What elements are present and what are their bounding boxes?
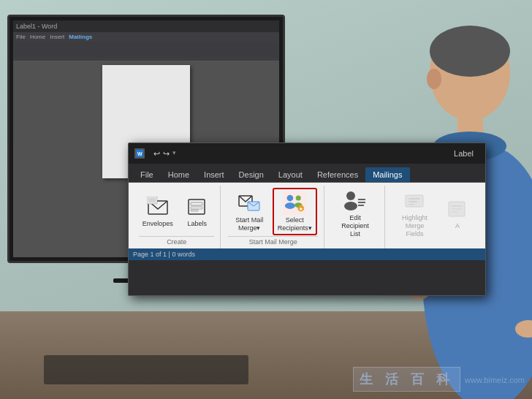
edit-recipient-list-button[interactable]: EditRecipient List: [332, 187, 379, 240]
create-group-label: Create: [139, 236, 214, 247]
mail-merge-icon: [238, 191, 261, 215]
ribbon-statusbar: Page 1 of 1 | 0 words: [129, 248, 485, 260]
undo-redo-group: ↩ ↪ ▾: [153, 149, 176, 159]
ribbon-group-create: Envelopes Labels: [133, 186, 221, 248]
address-icon: [446, 197, 469, 221]
edit-list-icon: [343, 189, 367, 213]
start-mail-merge-button[interactable]: Start MailMerge▾: [229, 189, 270, 235]
ribbon-tabs: File Home Insert Design Layout Reference…: [129, 164, 485, 183]
ribbon-group-write: HighlightMerge Fields A: [387, 186, 481, 248]
edit-buttons: EditRecipient List: [332, 187, 379, 240]
svg-rect-36: [408, 201, 417, 202]
undo-button[interactable]: ↩: [153, 149, 160, 159]
tab-home[interactable]: Home: [161, 167, 197, 182]
highlight-icon: [403, 189, 426, 213]
ribbon-titlebar: W ↩ ↪ ▾ Label: [129, 143, 485, 164]
envelopes-label: Envelopes: [142, 220, 173, 228]
start-merge-buttons: Start MailMerge▾: [229, 187, 317, 236]
word-ribbon-bg: File Home Insert Mailings: [13, 32, 279, 61]
scene-background: Label1 - Word File Home Insert Mailings: [0, 0, 532, 399]
edit-recipient-list-label: EditRecipient List: [335, 214, 375, 238]
tab-file[interactable]: File: [133, 167, 161, 182]
ribbon-content: Envelopes Labels: [129, 183, 485, 248]
tab-insert[interactable]: Insert: [197, 167, 232, 182]
tab-design[interactable]: Design: [232, 167, 271, 182]
write-buttons: HighlightMerge Fields A: [392, 187, 475, 240]
svg-rect-19: [191, 207, 202, 209]
ribbon-popup: W ↩ ↪ ▾ Label File Home Insert Design La…: [128, 142, 486, 296]
svg-point-2: [430, 26, 510, 77]
select-recipients-button[interactable]: ★ SelectRecipients▾: [273, 188, 317, 236]
bg-tab-home: Home: [30, 34, 45, 40]
select-recipients-label: SelectRecipients▾: [278, 216, 312, 232]
envelope-icon: [146, 195, 170, 218]
watermark-url-container: www.bimeiz.com: [465, 373, 525, 386]
tab-references[interactable]: References: [310, 167, 365, 182]
label-icon: [186, 195, 209, 218]
app-icon: W: [134, 148, 145, 159]
redo-button[interactable]: ↪: [163, 149, 170, 159]
svg-rect-35: [408, 198, 420, 200]
start-mail-merge-group-label: Start Mail Merge: [228, 236, 318, 247]
watermark-chars: 生 活 百 科: [353, 367, 460, 392]
start-mail-merge-label: Start MailMerge▾: [235, 216, 263, 232]
watermark: 生 活 百 科 www.bimeiz.com: [353, 367, 525, 392]
address-block-label: A: [455, 222, 460, 230]
word-title-text: Label1 - Word: [16, 23, 57, 30]
labels-button[interactable]: Labels: [180, 193, 215, 230]
bg-tab-mailings: Mailings: [69, 34, 92, 40]
svg-point-24: [285, 202, 295, 209]
svg-rect-37: [408, 204, 414, 205]
statusbar-text: Page 1 of 1 | 0 words: [133, 251, 195, 258]
highlight-merge-fields-button[interactable]: HighlightMerge Fields: [392, 187, 437, 240]
address-block-button[interactable]: A: [440, 195, 475, 232]
ribbon-group-edit: EditRecipient List _: [326, 186, 385, 248]
select-recipients-icon: ★: [283, 191, 306, 215]
create-buttons: Envelopes Labels: [139, 187, 215, 236]
word-titlebar: Label1 - Word: [13, 20, 279, 32]
highlight-merge-fields-label: HighlightMerge Fields: [396, 214, 433, 238]
svg-point-23: [287, 194, 294, 201]
qat-arrow[interactable]: ▾: [172, 149, 176, 159]
ribbon-group-start-mail-merge: Start MailMerge▾: [222, 186, 324, 248]
labels-label: Labels: [187, 220, 207, 228]
svg-rect-18: [191, 202, 202, 205]
svg-rect-20: [191, 210, 198, 211]
envelopes-button[interactable]: Envelopes: [139, 193, 177, 230]
keyboard: [44, 355, 248, 384]
ribbon-title-left: W ↩ ↪ ▾: [134, 148, 176, 159]
bg-tab-file: File: [16, 34, 26, 40]
watermark-text: 生 活 百 科: [360, 370, 454, 388]
tab-layout[interactable]: Layout: [271, 167, 310, 182]
svg-point-30: [344, 202, 357, 210]
svg-point-29: [346, 191, 355, 200]
watermark-url: www.bimeiz.com: [465, 376, 525, 384]
svg-text:W: W: [137, 151, 142, 156]
svg-point-25: [296, 195, 301, 200]
svg-point-9: [427, 69, 441, 89]
bg-tab-insert: Insert: [50, 34, 64, 40]
document-title: Label: [454, 149, 474, 158]
tab-mailings[interactable]: Mailings: [365, 167, 409, 182]
